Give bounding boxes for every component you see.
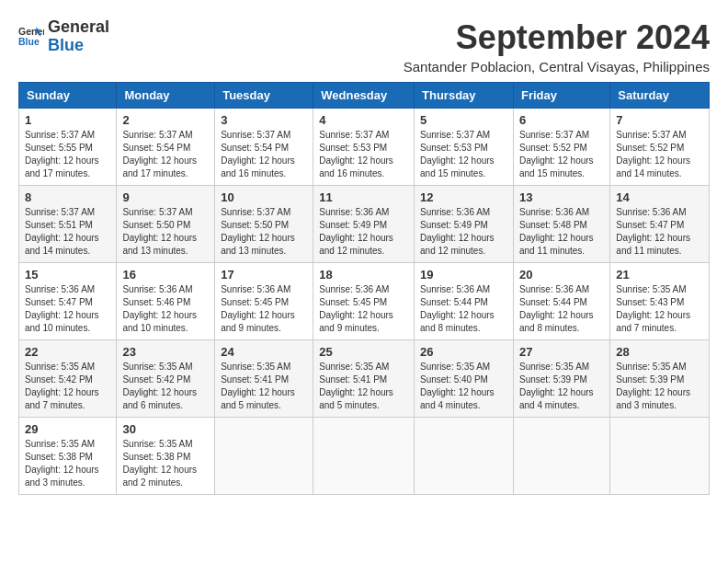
day-number: 26	[420, 345, 507, 359]
calendar-empty-cell	[415, 418, 514, 495]
day-info: Sunrise: 5:35 AMSunset: 5:38 PMDaylight:…	[25, 439, 99, 488]
day-info: Sunrise: 5:37 AMSunset: 5:50 PMDaylight:…	[122, 207, 197, 256]
calendar-day-7: 7 Sunrise: 5:37 AMSunset: 5:52 PMDayligh…	[610, 109, 710, 186]
logo: General Blue General Blue	[18, 18, 109, 55]
calendar-empty-cell	[215, 418, 313, 495]
day-info: Sunrise: 5:36 AMSunset: 5:48 PMDaylight:…	[519, 207, 594, 256]
calendar-day-11: 11 Sunrise: 5:36 AMSunset: 5:49 PMDaylig…	[313, 186, 415, 263]
day-number: 14	[616, 190, 703, 204]
day-info: Sunrise: 5:37 AMSunset: 5:52 PMDaylight:…	[616, 130, 690, 178]
calendar-day-8: 8 Sunrise: 5:37 AMSunset: 5:51 PMDayligh…	[19, 186, 117, 263]
day-number: 17	[221, 268, 307, 282]
weekday-header-wednesday: Wednesday	[313, 83, 415, 109]
logo-general-text: General	[48, 18, 109, 37]
day-info: Sunrise: 5:36 AMSunset: 5:44 PMDaylight:…	[420, 284, 495, 333]
page-header: General Blue General Blue September 2024…	[18, 18, 710, 75]
calendar-day-22: 22 Sunrise: 5:35 AMSunset: 5:42 PMDaylig…	[19, 340, 117, 418]
weekday-header-thursday: Thursday	[415, 83, 514, 109]
day-info: Sunrise: 5:36 AMSunset: 5:45 PMDaylight:…	[319, 284, 393, 333]
calendar-day-3: 3 Sunrise: 5:37 AMSunset: 5:54 PMDayligh…	[215, 109, 313, 186]
day-number: 12	[420, 190, 507, 204]
svg-text:Blue: Blue	[18, 36, 40, 47]
day-info: Sunrise: 5:37 AMSunset: 5:53 PMDaylight:…	[420, 130, 495, 178]
calendar-day-6: 6 Sunrise: 5:37 AMSunset: 5:52 PMDayligh…	[513, 109, 609, 186]
calendar-week-row-5: 29 Sunrise: 5:35 AMSunset: 5:38 PMDaylig…	[19, 418, 710, 495]
calendar-day-13: 13 Sunrise: 5:36 AMSunset: 5:48 PMDaylig…	[513, 186, 609, 263]
day-number: 16	[122, 268, 209, 282]
day-info: Sunrise: 5:35 AMSunset: 5:39 PMDaylight:…	[616, 362, 690, 410]
day-info: Sunrise: 5:37 AMSunset: 5:54 PMDaylight:…	[122, 130, 197, 178]
calendar-day-17: 17 Sunrise: 5:36 AMSunset: 5:45 PMDaylig…	[215, 263, 313, 340]
calendar-empty-cell	[610, 418, 710, 495]
day-info: Sunrise: 5:37 AMSunset: 5:50 PMDaylight:…	[221, 207, 295, 256]
calendar-day-12: 12 Sunrise: 5:36 AMSunset: 5:49 PMDaylig…	[415, 186, 514, 263]
day-info: Sunrise: 5:35 AMSunset: 5:42 PMDaylight:…	[122, 362, 197, 410]
calendar-day-10: 10 Sunrise: 5:37 AMSunset: 5:50 PMDaylig…	[215, 186, 313, 263]
day-info: Sunrise: 5:36 AMSunset: 5:45 PMDaylight:…	[221, 284, 295, 333]
weekday-header-row: SundayMondayTuesdayWednesdayThursdayFrid…	[19, 83, 710, 109]
title-section: September 2024 Santander Poblacion, Cent…	[404, 18, 710, 75]
day-info: Sunrise: 5:37 AMSunset: 5:55 PMDaylight:…	[25, 130, 99, 178]
calendar-day-20: 20 Sunrise: 5:36 AMSunset: 5:44 PMDaylig…	[513, 263, 609, 340]
day-number: 20	[519, 268, 604, 282]
day-info: Sunrise: 5:35 AMSunset: 5:43 PMDaylight:…	[616, 284, 690, 333]
calendar-day-19: 19 Sunrise: 5:36 AMSunset: 5:44 PMDaylig…	[415, 263, 514, 340]
calendar-week-row-2: 8 Sunrise: 5:37 AMSunset: 5:51 PMDayligh…	[19, 186, 710, 263]
day-info: Sunrise: 5:35 AMSunset: 5:41 PMDaylight:…	[319, 362, 393, 410]
day-number: 9	[122, 190, 209, 204]
weekday-header-tuesday: Tuesday	[215, 83, 313, 109]
day-number: 5	[420, 113, 507, 127]
day-number: 27	[519, 345, 604, 359]
calendar-week-row-4: 22 Sunrise: 5:35 AMSunset: 5:42 PMDaylig…	[19, 340, 710, 418]
day-info: Sunrise: 5:37 AMSunset: 5:54 PMDaylight:…	[221, 130, 295, 178]
day-number: 7	[616, 113, 703, 127]
weekday-header-friday: Friday	[513, 83, 609, 109]
day-info: Sunrise: 5:36 AMSunset: 5:47 PMDaylight:…	[616, 207, 690, 256]
day-info: Sunrise: 5:35 AMSunset: 5:42 PMDaylight:…	[25, 362, 99, 410]
day-info: Sunrise: 5:37 AMSunset: 5:53 PMDaylight:…	[319, 130, 393, 178]
day-info: Sunrise: 5:36 AMSunset: 5:44 PMDaylight:…	[519, 284, 594, 333]
day-number: 6	[519, 113, 604, 127]
day-number: 13	[519, 190, 604, 204]
weekday-header-sunday: Sunday	[19, 83, 117, 109]
calendar-day-16: 16 Sunrise: 5:36 AMSunset: 5:46 PMDaylig…	[117, 263, 215, 340]
calendar-day-23: 23 Sunrise: 5:35 AMSunset: 5:42 PMDaylig…	[117, 340, 215, 418]
month-title: September 2024	[404, 18, 710, 57]
calendar-day-2: 2 Sunrise: 5:37 AMSunset: 5:54 PMDayligh…	[117, 109, 215, 186]
calendar-day-5: 5 Sunrise: 5:37 AMSunset: 5:53 PMDayligh…	[415, 109, 514, 186]
day-info: Sunrise: 5:35 AMSunset: 5:38 PMDaylight:…	[122, 439, 197, 488]
day-number: 2	[122, 113, 209, 127]
day-number: 22	[25, 345, 110, 359]
calendar-day-30: 30 Sunrise: 5:35 AMSunset: 5:38 PMDaylig…	[117, 418, 215, 495]
day-info: Sunrise: 5:35 AMSunset: 5:39 PMDaylight:…	[519, 362, 594, 410]
calendar-day-9: 9 Sunrise: 5:37 AMSunset: 5:50 PMDayligh…	[117, 186, 215, 263]
logo-icon: General Blue	[18, 24, 44, 50]
day-info: Sunrise: 5:35 AMSunset: 5:40 PMDaylight:…	[420, 362, 495, 410]
calendar-empty-cell	[313, 418, 415, 495]
calendar-day-4: 4 Sunrise: 5:37 AMSunset: 5:53 PMDayligh…	[313, 109, 415, 186]
calendar-week-row-3: 15 Sunrise: 5:36 AMSunset: 5:47 PMDaylig…	[19, 263, 710, 340]
day-number: 29	[25, 422, 110, 436]
calendar-table: SundayMondayTuesdayWednesdayThursdayFrid…	[18, 82, 710, 495]
day-number: 30	[122, 422, 209, 436]
day-number: 25	[319, 345, 408, 359]
day-number: 28	[616, 345, 703, 359]
day-number: 1	[25, 113, 110, 127]
day-number: 21	[616, 268, 703, 282]
day-number: 4	[319, 113, 408, 127]
day-number: 8	[25, 190, 110, 204]
weekday-header-monday: Monday	[117, 83, 215, 109]
calendar-day-25: 25 Sunrise: 5:35 AMSunset: 5:41 PMDaylig…	[313, 340, 415, 418]
calendar-week-row-1: 1 Sunrise: 5:37 AMSunset: 5:55 PMDayligh…	[19, 109, 710, 186]
calendar-day-26: 26 Sunrise: 5:35 AMSunset: 5:40 PMDaylig…	[415, 340, 514, 418]
day-number: 3	[221, 113, 307, 127]
weekday-header-saturday: Saturday	[610, 83, 710, 109]
calendar-day-29: 29 Sunrise: 5:35 AMSunset: 5:38 PMDaylig…	[19, 418, 117, 495]
calendar-day-28: 28 Sunrise: 5:35 AMSunset: 5:39 PMDaylig…	[610, 340, 710, 418]
day-number: 19	[420, 268, 507, 282]
calendar-day-15: 15 Sunrise: 5:36 AMSunset: 5:47 PMDaylig…	[19, 263, 117, 340]
calendar-day-21: 21 Sunrise: 5:35 AMSunset: 5:43 PMDaylig…	[610, 263, 710, 340]
day-number: 18	[319, 268, 408, 282]
location-subtitle: Santander Poblacion, Central Visayas, Ph…	[404, 59, 710, 75]
day-info: Sunrise: 5:36 AMSunset: 5:47 PMDaylight:…	[25, 284, 99, 333]
